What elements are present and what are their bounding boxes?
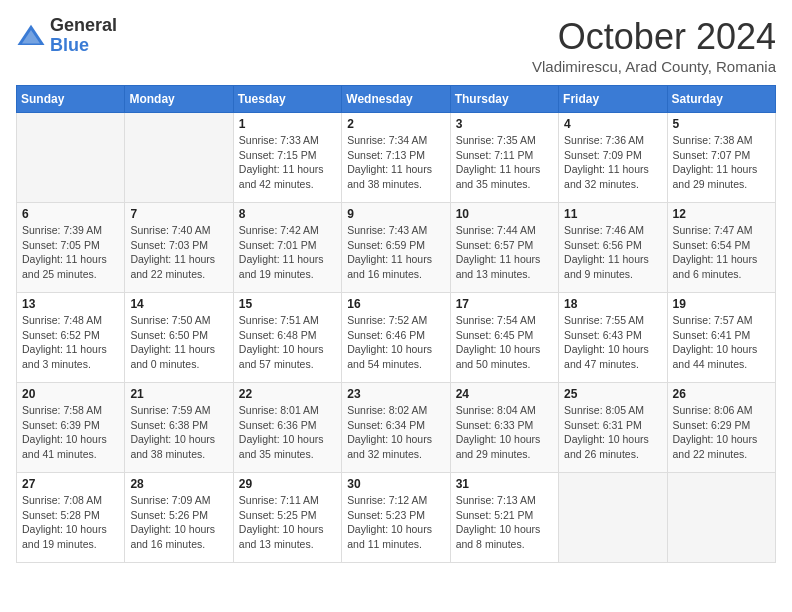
day-number: 8: [239, 207, 336, 221]
calendar-cell: 31Sunrise: 7:13 AMSunset: 5:21 PMDayligh…: [450, 473, 558, 563]
calendar-cell: 28Sunrise: 7:09 AMSunset: 5:26 PMDayligh…: [125, 473, 233, 563]
day-number: 30: [347, 477, 444, 491]
calendar-cell: 29Sunrise: 7:11 AMSunset: 5:25 PMDayligh…: [233, 473, 341, 563]
calendar-cell: 18Sunrise: 7:55 AMSunset: 6:43 PMDayligh…: [559, 293, 667, 383]
day-header-friday: Friday: [559, 86, 667, 113]
calendar-cell: 26Sunrise: 8:06 AMSunset: 6:29 PMDayligh…: [667, 383, 775, 473]
day-info: Sunrise: 7:51 AMSunset: 6:48 PMDaylight:…: [239, 313, 336, 372]
calendar-cell: 19Sunrise: 7:57 AMSunset: 6:41 PMDayligh…: [667, 293, 775, 383]
calendar-week-row: 20Sunrise: 7:58 AMSunset: 6:39 PMDayligh…: [17, 383, 776, 473]
day-info: Sunrise: 8:05 AMSunset: 6:31 PMDaylight:…: [564, 403, 661, 462]
day-info: Sunrise: 7:35 AMSunset: 7:11 PMDaylight:…: [456, 133, 553, 192]
day-info: Sunrise: 8:06 AMSunset: 6:29 PMDaylight:…: [673, 403, 770, 462]
day-info: Sunrise: 7:39 AMSunset: 7:05 PMDaylight:…: [22, 223, 119, 282]
day-number: 12: [673, 207, 770, 221]
day-number: 1: [239, 117, 336, 131]
calendar-cell: 21Sunrise: 7:59 AMSunset: 6:38 PMDayligh…: [125, 383, 233, 473]
day-number: 4: [564, 117, 661, 131]
calendar-cell: 7Sunrise: 7:40 AMSunset: 7:03 PMDaylight…: [125, 203, 233, 293]
calendar-cell: [559, 473, 667, 563]
day-info: Sunrise: 8:01 AMSunset: 6:36 PMDaylight:…: [239, 403, 336, 462]
calendar-week-row: 1Sunrise: 7:33 AMSunset: 7:15 PMDaylight…: [17, 113, 776, 203]
day-header-wednesday: Wednesday: [342, 86, 450, 113]
day-header-thursday: Thursday: [450, 86, 558, 113]
day-info: Sunrise: 7:50 AMSunset: 6:50 PMDaylight:…: [130, 313, 227, 372]
day-info: Sunrise: 7:44 AMSunset: 6:57 PMDaylight:…: [456, 223, 553, 282]
day-number: 24: [456, 387, 553, 401]
calendar-cell: 10Sunrise: 7:44 AMSunset: 6:57 PMDayligh…: [450, 203, 558, 293]
day-info: Sunrise: 7:47 AMSunset: 6:54 PMDaylight:…: [673, 223, 770, 282]
day-info: Sunrise: 7:38 AMSunset: 7:07 PMDaylight:…: [673, 133, 770, 192]
day-number: 22: [239, 387, 336, 401]
day-info: Sunrise: 7:52 AMSunset: 6:46 PMDaylight:…: [347, 313, 444, 372]
day-number: 31: [456, 477, 553, 491]
day-info: Sunrise: 7:48 AMSunset: 6:52 PMDaylight:…: [22, 313, 119, 372]
calendar-cell: 13Sunrise: 7:48 AMSunset: 6:52 PMDayligh…: [17, 293, 125, 383]
day-info: Sunrise: 7:43 AMSunset: 6:59 PMDaylight:…: [347, 223, 444, 282]
day-number: 11: [564, 207, 661, 221]
logo-icon: [16, 21, 46, 51]
calendar-cell: 20Sunrise: 7:58 AMSunset: 6:39 PMDayligh…: [17, 383, 125, 473]
day-info: Sunrise: 7:08 AMSunset: 5:28 PMDaylight:…: [22, 493, 119, 552]
day-info: Sunrise: 7:58 AMSunset: 6:39 PMDaylight:…: [22, 403, 119, 462]
calendar-cell: [125, 113, 233, 203]
calendar-cell: [17, 113, 125, 203]
day-info: Sunrise: 7:34 AMSunset: 7:13 PMDaylight:…: [347, 133, 444, 192]
day-number: 27: [22, 477, 119, 491]
day-number: 21: [130, 387, 227, 401]
calendar-cell: 27Sunrise: 7:08 AMSunset: 5:28 PMDayligh…: [17, 473, 125, 563]
calendar-week-row: 27Sunrise: 7:08 AMSunset: 5:28 PMDayligh…: [17, 473, 776, 563]
location-subtitle: Vladimirescu, Arad County, Romania: [532, 58, 776, 75]
day-header-sunday: Sunday: [17, 86, 125, 113]
day-number: 7: [130, 207, 227, 221]
page-header: General Blue October 2024 Vladimirescu, …: [16, 16, 776, 75]
calendar-cell: 30Sunrise: 7:12 AMSunset: 5:23 PMDayligh…: [342, 473, 450, 563]
day-number: 18: [564, 297, 661, 311]
calendar-cell: 8Sunrise: 7:42 AMSunset: 7:01 PMDaylight…: [233, 203, 341, 293]
day-info: Sunrise: 7:46 AMSunset: 6:56 PMDaylight:…: [564, 223, 661, 282]
day-info: Sunrise: 7:12 AMSunset: 5:23 PMDaylight:…: [347, 493, 444, 552]
calendar-cell: 22Sunrise: 8:01 AMSunset: 6:36 PMDayligh…: [233, 383, 341, 473]
calendar-cell: 6Sunrise: 7:39 AMSunset: 7:05 PMDaylight…: [17, 203, 125, 293]
day-number: 26: [673, 387, 770, 401]
day-number: 15: [239, 297, 336, 311]
calendar-cell: 25Sunrise: 8:05 AMSunset: 6:31 PMDayligh…: [559, 383, 667, 473]
day-number: 17: [456, 297, 553, 311]
calendar-header-row: SundayMondayTuesdayWednesdayThursdayFrid…: [17, 86, 776, 113]
month-title: October 2024: [532, 16, 776, 58]
day-number: 3: [456, 117, 553, 131]
day-header-saturday: Saturday: [667, 86, 775, 113]
day-header-monday: Monday: [125, 86, 233, 113]
title-block: October 2024 Vladimirescu, Arad County, …: [532, 16, 776, 75]
day-info: Sunrise: 7:36 AMSunset: 7:09 PMDaylight:…: [564, 133, 661, 192]
calendar-cell: 12Sunrise: 7:47 AMSunset: 6:54 PMDayligh…: [667, 203, 775, 293]
day-number: 19: [673, 297, 770, 311]
day-number: 5: [673, 117, 770, 131]
calendar-cell: 1Sunrise: 7:33 AMSunset: 7:15 PMDaylight…: [233, 113, 341, 203]
calendar-cell: 5Sunrise: 7:38 AMSunset: 7:07 PMDaylight…: [667, 113, 775, 203]
calendar-cell: 16Sunrise: 7:52 AMSunset: 6:46 PMDayligh…: [342, 293, 450, 383]
calendar-cell: 24Sunrise: 8:04 AMSunset: 6:33 PMDayligh…: [450, 383, 558, 473]
calendar-cell: 15Sunrise: 7:51 AMSunset: 6:48 PMDayligh…: [233, 293, 341, 383]
day-number: 28: [130, 477, 227, 491]
day-info: Sunrise: 8:04 AMSunset: 6:33 PMDaylight:…: [456, 403, 553, 462]
day-info: Sunrise: 7:54 AMSunset: 6:45 PMDaylight:…: [456, 313, 553, 372]
day-header-tuesday: Tuesday: [233, 86, 341, 113]
calendar-cell: 11Sunrise: 7:46 AMSunset: 6:56 PMDayligh…: [559, 203, 667, 293]
day-number: 6: [22, 207, 119, 221]
day-number: 29: [239, 477, 336, 491]
day-info: Sunrise: 7:59 AMSunset: 6:38 PMDaylight:…: [130, 403, 227, 462]
calendar-cell: 4Sunrise: 7:36 AMSunset: 7:09 PMDaylight…: [559, 113, 667, 203]
calendar-cell: 2Sunrise: 7:34 AMSunset: 7:13 PMDaylight…: [342, 113, 450, 203]
calendar-cell: 9Sunrise: 7:43 AMSunset: 6:59 PMDaylight…: [342, 203, 450, 293]
day-number: 13: [22, 297, 119, 311]
day-number: 20: [22, 387, 119, 401]
day-info: Sunrise: 7:09 AMSunset: 5:26 PMDaylight:…: [130, 493, 227, 552]
logo: General Blue: [16, 16, 117, 56]
logo-blue-text: Blue: [50, 36, 117, 56]
day-number: 25: [564, 387, 661, 401]
day-number: 10: [456, 207, 553, 221]
day-info: Sunrise: 7:40 AMSunset: 7:03 PMDaylight:…: [130, 223, 227, 282]
day-info: Sunrise: 7:42 AMSunset: 7:01 PMDaylight:…: [239, 223, 336, 282]
day-info: Sunrise: 8:02 AMSunset: 6:34 PMDaylight:…: [347, 403, 444, 462]
